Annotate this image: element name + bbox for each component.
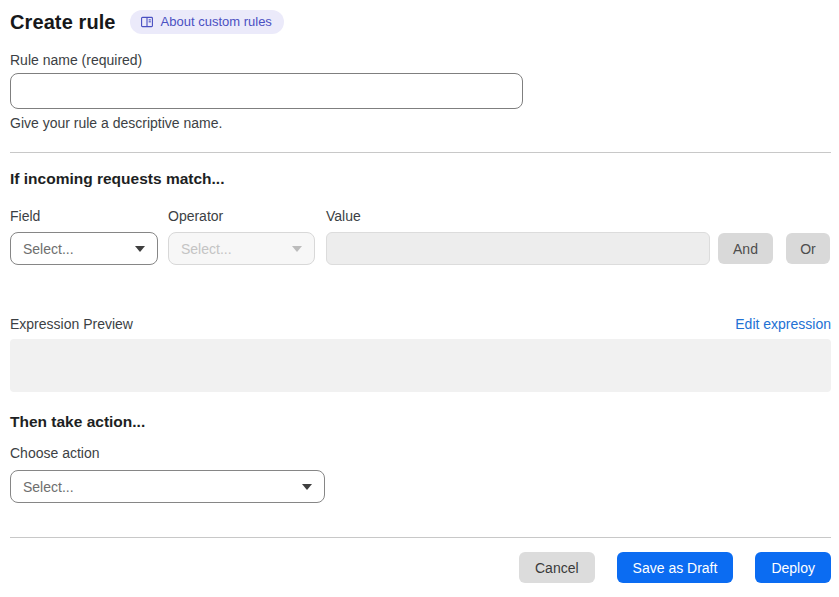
- field-label: Field: [10, 208, 168, 224]
- choose-action-select[interactable]: Select...: [10, 470, 325, 503]
- rule-name-label: Rule name (required): [10, 52, 831, 68]
- cancel-button[interactable]: Cancel: [519, 552, 595, 583]
- chevron-down-icon: [292, 246, 302, 252]
- match-section-heading: If incoming requests match...: [10, 170, 831, 188]
- page-header: Create rule About custom rules: [10, 10, 831, 34]
- choose-action-label: Choose action: [10, 445, 831, 461]
- divider: [10, 537, 831, 538]
- field-select[interactable]: Select...: [10, 232, 158, 265]
- match-controls-row: Select... Select... And Or: [10, 232, 831, 265]
- operator-select: Select...: [168, 232, 315, 265]
- value-input: [326, 232, 710, 265]
- choose-action-placeholder: Select...: [23, 479, 74, 495]
- operator-label: Operator: [168, 208, 326, 224]
- edit-expression-link[interactable]: Edit expression: [735, 316, 831, 332]
- match-column-labels: Field Operator Value: [10, 208, 831, 224]
- rule-name-help: Give your rule a descriptive name.: [10, 115, 831, 131]
- about-custom-rules-badge[interactable]: About custom rules: [130, 10, 284, 34]
- footer-actions: Cancel Save as Draft Deploy: [10, 552, 831, 583]
- chevron-down-icon: [135, 246, 145, 252]
- deploy-button[interactable]: Deploy: [755, 552, 831, 583]
- field-select-placeholder: Select...: [23, 241, 74, 257]
- book-icon: [140, 15, 154, 29]
- save-as-draft-button[interactable]: Save as Draft: [617, 552, 734, 583]
- and-button[interactable]: And: [718, 233, 773, 264]
- chevron-down-icon: [302, 484, 312, 490]
- badge-label: About custom rules: [161, 14, 272, 29]
- action-section-heading: Then take action...: [10, 413, 831, 431]
- page-title: Create rule: [10, 11, 116, 34]
- divider: [10, 152, 831, 153]
- operator-select-placeholder: Select...: [181, 241, 232, 257]
- expression-preview-header: Expression Preview Edit expression: [10, 316, 831, 332]
- value-label: Value: [326, 208, 361, 224]
- rule-name-input[interactable]: [10, 73, 523, 109]
- or-button[interactable]: Or: [786, 233, 830, 264]
- expression-preview-box: [10, 339, 831, 392]
- expression-preview-label: Expression Preview: [10, 316, 133, 332]
